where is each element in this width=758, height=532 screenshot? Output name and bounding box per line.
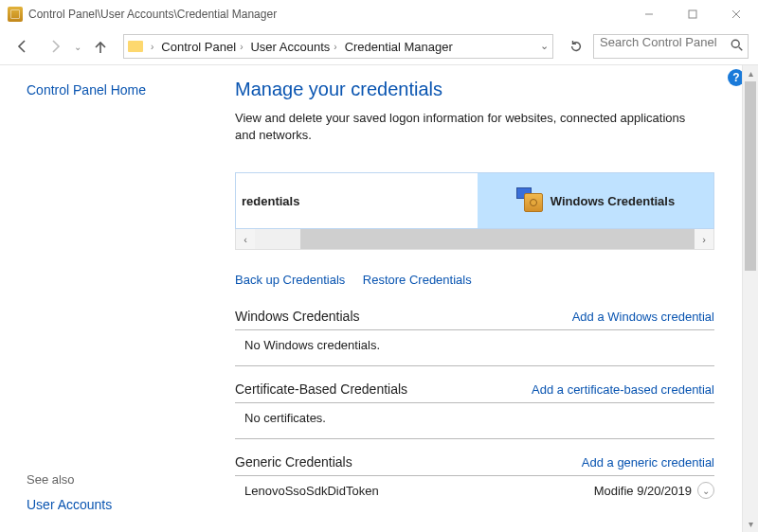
minimize-button[interactable]	[627, 0, 671, 28]
page-title: Manage your credentials	[235, 79, 758, 100]
breadcrumb-credential-manager[interactable]: Credential Manager	[341, 40, 457, 54]
section-title: Generic Credentials	[235, 454, 582, 470]
scroll-right-button[interactable]: ›	[695, 229, 713, 249]
svg-line-6	[739, 47, 743, 51]
address-bar[interactable]: › Control Panel› User Accounts› Credenti…	[123, 34, 553, 59]
address-dropdown-icon[interactable]: ⌄	[540, 40, 549, 52]
app-shield-icon	[8, 7, 23, 22]
add-cert-credential-link[interactable]: Add a certificate-based credential	[532, 382, 714, 397]
refresh-button[interactable]	[565, 35, 587, 58]
vertical-scrollbar[interactable]: ▴ ▾	[742, 65, 758, 532]
credential-row[interactable]: LenovoSsoSdkDidToken Modifie 9/20/2019 ⌄	[235, 476, 714, 499]
chevron-down-icon[interactable]: ⌄	[697, 482, 714, 499]
recent-dropdown-icon[interactable]: ⌄	[74, 42, 81, 52]
breadcrumb-user-accounts[interactable]: User Accounts›	[246, 40, 340, 54]
tab-windows-credentials[interactable]: Windows Credentials	[478, 173, 713, 228]
maximize-button[interactable]	[671, 0, 714, 28]
credential-actions: Back up Credentials Restore Credentials	[235, 271, 758, 288]
breadcrumb-label: User Accounts	[250, 40, 330, 54]
scrollbar-thumb[interactable]	[300, 229, 695, 249]
breadcrumb-label: Control Panel	[161, 40, 236, 54]
credential-type-tabs: redentials Windows Credentials	[235, 172, 714, 229]
scroll-left-button[interactable]: ‹	[236, 229, 255, 249]
scrollbar-thumb[interactable]	[745, 81, 756, 271]
sidebar-user-accounts-link[interactable]: User Accounts	[27, 497, 112, 512]
sidebar: Control Panel Home See also User Account…	[0, 65, 218, 532]
chevron-right-icon[interactable]: ›	[151, 42, 153, 52]
search-box[interactable]	[593, 34, 749, 59]
svg-point-5	[731, 40, 739, 47]
add-windows-credential-link[interactable]: Add a Windows credential	[572, 310, 714, 324]
title-bar: Control Panel\User Accounts\Credential M…	[0, 0, 758, 28]
scroll-up-button[interactable]: ▴	[743, 65, 758, 81]
tab-web-credentials[interactable]: redentials	[236, 173, 478, 228]
page-description: View and delete your saved logon informa…	[235, 110, 699, 144]
section-windows-credentials: Windows Credentials Add a Windows creden…	[235, 305, 714, 366]
close-button[interactable]	[714, 0, 758, 28]
see-also-heading: See also	[27, 472, 207, 487]
window-controls	[627, 0, 758, 28]
tab-label: Windows Credentials	[550, 194, 675, 208]
forward-button[interactable]	[42, 33, 68, 60]
sidebar-home-link[interactable]: Control Panel Home	[27, 82, 207, 98]
section-title: Windows Credentials	[235, 309, 572, 324]
add-generic-credential-link[interactable]: Add a generic credential	[582, 455, 714, 470]
breadcrumb-control-panel[interactable]: Control Panel›	[157, 40, 246, 54]
section-title: Certificate-Based Credentials	[235, 381, 532, 397]
search-icon	[731, 39, 744, 55]
vault-icon	[516, 187, 543, 214]
nav-bar: ⌄ › Control Panel› User Accounts› Creden…	[0, 28, 758, 64]
window-title: Control Panel\User Accounts\Credential M…	[28, 8, 277, 21]
scroll-down-button[interactable]: ▾	[743, 516, 758, 532]
up-button[interactable]	[87, 33, 114, 60]
section-certificate-credentials: Certificate-Based Credentials Add a cert…	[235, 378, 714, 439]
credential-modified: Modifie 9/20/2019	[594, 484, 692, 498]
tab-label: redentials	[242, 194, 299, 208]
section-generic-credentials: Generic Credentials Add a generic creden…	[235, 451, 714, 499]
section-empty-text: No certificates.	[235, 403, 714, 439]
svg-rect-1	[689, 10, 696, 18]
backup-credentials-link[interactable]: Back up Credentials	[235, 273, 345, 287]
credential-name: LenovoSsoSdkDidToken	[244, 484, 594, 498]
back-button[interactable]	[9, 33, 36, 60]
search-input[interactable]	[600, 35, 727, 49]
restore-credentials-link[interactable]: Restore Credentials	[363, 273, 472, 287]
scrollbar-track[interactable]	[255, 229, 695, 249]
tabs-horizontal-scrollbar[interactable]: ‹ ›	[235, 229, 714, 250]
section-empty-text: No Windows credentials.	[235, 330, 714, 366]
breadcrumb-label: Credential Manager	[345, 40, 453, 54]
main-panel: ? Manage your credentials View and delet…	[218, 65, 758, 532]
folder-icon	[128, 41, 143, 52]
